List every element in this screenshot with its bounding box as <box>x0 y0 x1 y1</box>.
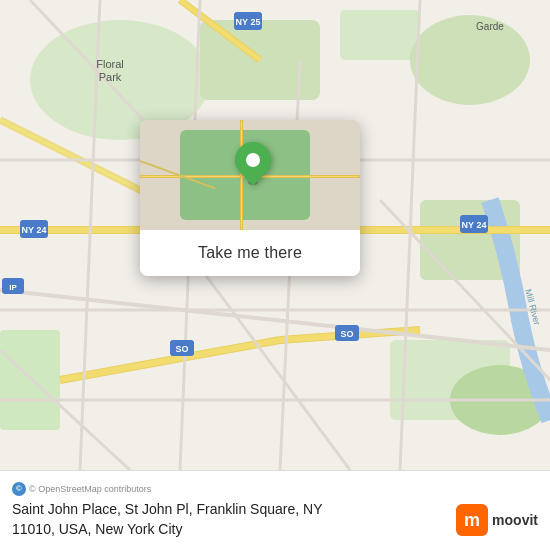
svg-text:NY 25: NY 25 <box>236 17 261 27</box>
svg-text:NY 24: NY 24 <box>462 220 487 230</box>
svg-text:Floral: Floral <box>96 58 124 70</box>
popup-card: Take me there <box>140 120 360 276</box>
moovit-logo: m moovit <box>456 504 538 536</box>
pin-shape <box>228 135 279 186</box>
bottom-bar: © © OpenStreetMap contributors Saint Joh… <box>0 470 550 550</box>
svg-text:SO: SO <box>175 344 188 354</box>
svg-text:SO: SO <box>340 329 353 339</box>
attribution: © © OpenStreetMap contributors <box>12 482 538 496</box>
svg-rect-3 <box>340 10 420 60</box>
svg-rect-6 <box>0 330 60 430</box>
svg-text:IP: IP <box>9 283 17 292</box>
svg-text:NY 24: NY 24 <box>22 225 47 235</box>
osm-logo: © <box>12 482 26 496</box>
popup-map-preview <box>140 120 360 230</box>
moovit-text: moovit <box>492 512 538 528</box>
pin-inner <box>246 153 260 167</box>
svg-point-4 <box>410 15 530 105</box>
svg-text:Park: Park <box>99 71 122 83</box>
location-pin <box>235 142 271 185</box>
moovit-icon: m <box>456 504 488 536</box>
take-me-there-button[interactable]: Take me there <box>140 230 360 276</box>
svg-text:Garde: Garde <box>476 21 504 32</box>
map-container[interactable]: NY 25 NY 24 NY 24 NY 24 SO SO IP Floral … <box>0 0 550 470</box>
